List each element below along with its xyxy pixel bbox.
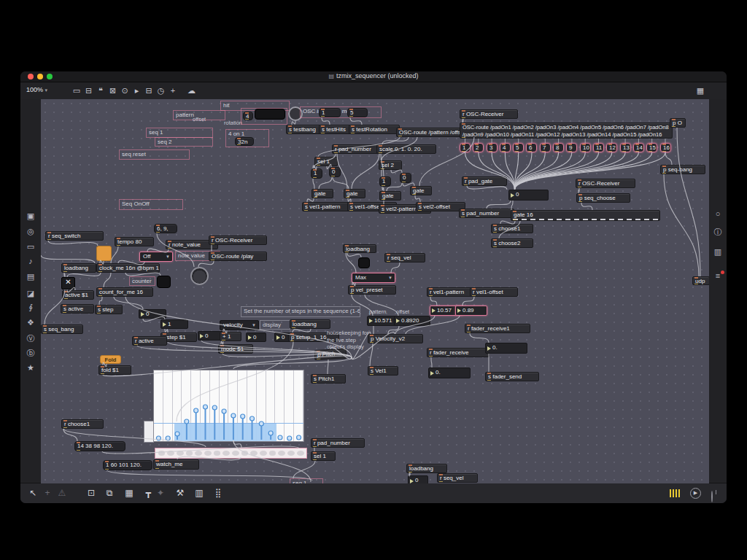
message-box[interactable]: 11 (593, 143, 604, 152)
step-oval[interactable] (222, 451, 230, 456)
object-box[interactable]: r OSC-Receiver (576, 179, 635, 188)
object-box[interactable]: s fader_send (485, 372, 539, 381)
object-box[interactable]: active $1 (62, 290, 94, 300)
object-box[interactable]: loadbang (406, 464, 447, 473)
object-box[interactable]: r choose1 (61, 419, 104, 429)
new-slider-icon[interactable]: ⊟ (143, 85, 155, 96)
object-box[interactable]: r vel1-offset (470, 287, 518, 297)
snippets-icon[interactable]: ☁ (186, 85, 198, 96)
patcher-canvas[interactable]: hitpatternoffsetrotation4seq 1seq 24 on … (41, 99, 709, 483)
number-box[interactable]: 0 (408, 475, 428, 483)
beap-icon[interactable]: ⓑ (20, 348, 41, 358)
tools-icon[interactable]: ⚒ (174, 488, 187, 499)
snap-icon[interactable]: + (41, 488, 54, 499)
object-box[interactable]: s pad_number (459, 209, 514, 218)
message-box[interactable]: 10 (580, 143, 591, 152)
toggle[interactable] (96, 246, 112, 261)
message-box[interactable]: 13 (620, 143, 631, 152)
step-oval[interactable] (167, 451, 174, 456)
dropdown[interactable]: Off▼ (139, 252, 173, 262)
object-box[interactable]: s choose2 (491, 238, 533, 248)
matrix-icon[interactable]: ⣿ (212, 488, 225, 499)
new-metro-icon[interactable]: ◷ (155, 85, 167, 96)
message-box[interactable]: 9 (566, 143, 577, 152)
message-box[interactable]: 0 (400, 173, 411, 183)
step-duration-row[interactable] (155, 448, 307, 459)
step-oval[interactable] (195, 451, 202, 456)
object-box[interactable]: gate (410, 186, 432, 195)
message-box[interactable]: 1 (311, 168, 322, 179)
step-oval[interactable] (158, 451, 166, 456)
object-box[interactable]: count_for_me 16 (96, 287, 153, 297)
object-box[interactable]: s step (95, 305, 123, 314)
object-box[interactable]: s seq_bang (41, 324, 83, 334)
message-box[interactable]: 32n (235, 137, 254, 146)
new-playbar-icon[interactable]: ▸ (131, 85, 143, 96)
message-box[interactable]: 0 (329, 167, 341, 177)
object-box[interactable]: s active (61, 304, 94, 314)
object-box[interactable]: clock_me 16n @bpm 120 (96, 263, 160, 273)
ui-button[interactable] (358, 257, 370, 268)
message-box[interactable]: 15 (646, 143, 657, 152)
object-box[interactable]: gate (344, 189, 365, 198)
new-message-icon[interactable]: ⊟ (83, 85, 95, 96)
message-box[interactable]: 16 (660, 143, 671, 152)
message-box[interactable]: 6, 9, (154, 224, 177, 233)
object-box[interactable]: sel 2 (379, 160, 402, 170)
step-oval[interactable] (177, 451, 184, 456)
number-box[interactable]: 0. (485, 343, 527, 354)
title-bar[interactable]: ▤tzmix_sequencer (unlocked) (20, 71, 727, 82)
new-object-icon[interactable]: ▭ (71, 85, 82, 96)
step-oval[interactable] (297, 451, 304, 456)
range-handle[interactable] (144, 421, 154, 443)
object-box[interactable]: loadbang (290, 319, 330, 329)
message-box[interactable]: 8 (553, 143, 564, 152)
object-box[interactable]: r OSC-Receiver (209, 236, 267, 245)
message-box[interactable]: 4 (500, 143, 511, 152)
inspector-icon[interactable]: ⓘ (709, 227, 727, 237)
levels-icon[interactable] (668, 488, 681, 499)
message-box[interactable]: 1 (319, 108, 341, 117)
object-box[interactable]: watch_me (153, 459, 199, 470)
dropdown[interactable]: Max▼ (352, 273, 395, 283)
number-box[interactable]: 0 (508, 190, 549, 201)
number-box[interactable]: 0.8920 (394, 316, 430, 326)
object-box[interactable]: s Pitch1 (311, 374, 346, 384)
number-box[interactable]: 0.89 (455, 306, 487, 316)
object-box[interactable]: p Pitch (314, 349, 347, 360)
object-box[interactable]: r OSC-Receiver (460, 109, 518, 119)
hierarchy-icon[interactable]: ┳ (142, 488, 155, 499)
switch-object[interactable]: ✕ (61, 277, 75, 289)
object-box[interactable]: sel 1 (314, 157, 338, 166)
new-comment-icon[interactable]: ❝ (95, 85, 107, 96)
wand-icon[interactable]: ✦ (154, 488, 167, 499)
object-box[interactable]: p seq_choose (576, 193, 630, 203)
presentation-icon[interactable]: ⊡ (85, 488, 98, 499)
object-box[interactable]: p O (670, 118, 686, 128)
comment-frame[interactable]: OSC incoming message (300, 106, 382, 118)
reference-icon[interactable]: ▥ (709, 246, 727, 257)
record-icon[interactable]: ◎ (20, 226, 41, 236)
comment-frame[interactable]: seq 2 (155, 137, 213, 147)
layers-icon[interactable]: ⧉ (103, 488, 116, 499)
favorites-icon[interactable]: ★ (20, 362, 41, 373)
object-box[interactable]: s testRotation (349, 125, 400, 134)
object-box[interactable]: scale 0. 1. 0. 20. (376, 144, 436, 154)
message-box[interactable]: 2 (473, 143, 484, 152)
search-icon[interactable]: ○ (709, 209, 727, 219)
power-icon[interactable] (711, 491, 713, 502)
message-box[interactable]: 4 (243, 112, 253, 120)
audio-icon[interactable]: ▣ (20, 211, 41, 221)
message-box[interactable]: 1 60 101 120. (103, 460, 152, 470)
message-box[interactable]: 14 38 98 120. (74, 441, 125, 451)
zoom-level-control[interactable]: 100% ▾ (26, 86, 47, 93)
note-icon[interactable]: ♪ (20, 256, 41, 266)
object-box[interactable]: tempo 80 (115, 237, 154, 246)
comment-frame[interactable]: seq reset (119, 149, 190, 160)
object-box[interactable]: r fader_receive (427, 348, 489, 357)
step-oval[interactable] (260, 451, 267, 456)
message-box[interactable]: 12 (606, 143, 617, 152)
object-box[interactable]: gate (311, 189, 333, 198)
dial[interactable] (190, 267, 209, 285)
live-text-button[interactable]: Fold (100, 355, 121, 364)
